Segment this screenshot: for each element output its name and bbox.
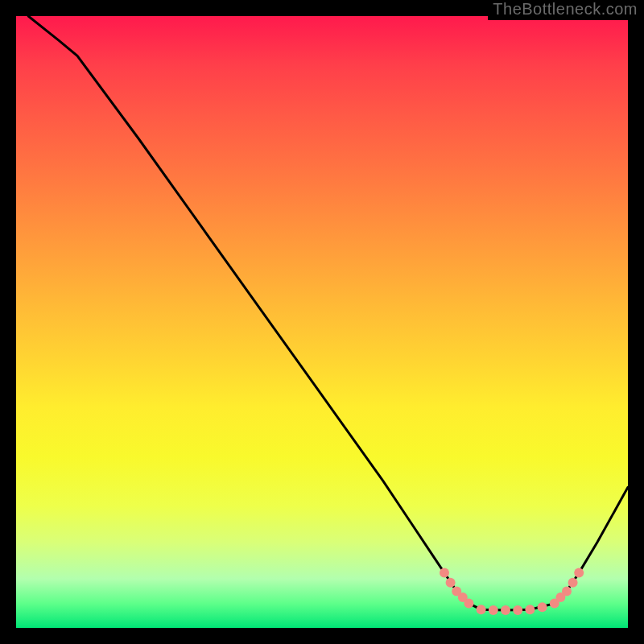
chart-container: TheBottleneck.com: [0, 0, 644, 644]
plot-gradient-area: [16, 16, 628, 628]
attribution-label: TheBottleneck.com: [488, 0, 639, 20]
